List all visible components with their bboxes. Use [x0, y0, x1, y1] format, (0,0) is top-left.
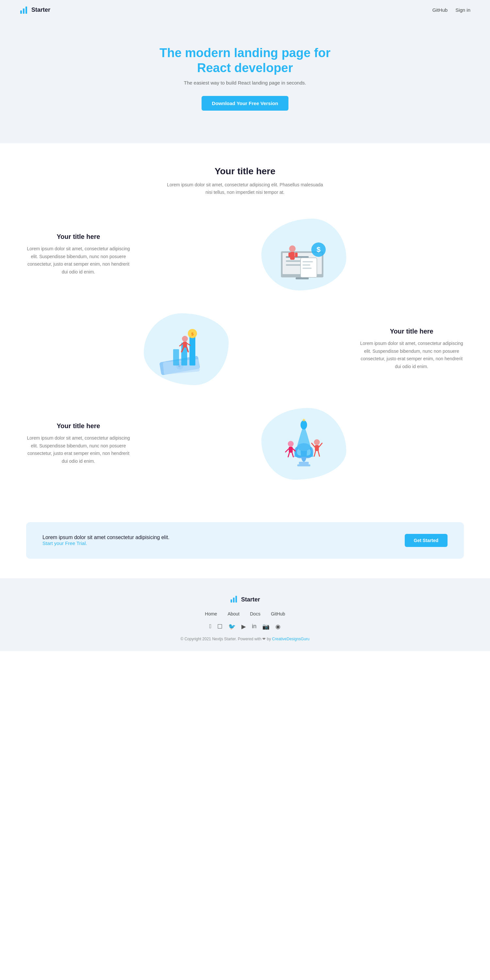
footer-social-icons:  ☐ 🐦 ▶ in 📷 ◉	[13, 623, 477, 630]
copyright-link[interactable]: CreativeDesignsGuru	[272, 637, 310, 641]
hero-heading-line2: React developer	[13, 61, 477, 76]
cta-get-started-button[interactable]: Get Started	[405, 534, 447, 547]
feature-text-1: Your title here Lorem ipsum dolor sit am…	[26, 233, 131, 276]
svg-rect-53	[236, 596, 237, 603]
svg-rect-34	[299, 462, 309, 465]
feature-image-2: $ $	[26, 313, 346, 385]
feature-image-3: ★	[144, 408, 464, 480]
feature-desc-3: Lorem ipsum dolor sit amet, consectetur …	[26, 434, 131, 465]
cta-banner: Lorem ipsum dolor sit amet consectetur a…	[26, 522, 464, 559]
features-header: Your title here Lorem ipsum dolor sit am…	[26, 166, 464, 196]
footer-nav-links: Home About Docs GitHub	[13, 611, 477, 616]
feature-blob-1: $	[261, 219, 346, 290]
nav-signin-link[interactable]: Sign in	[455, 7, 471, 13]
features-title: Your title here	[26, 166, 464, 177]
youtube-icon[interactable]: ▶	[241, 623, 246, 630]
github-icon[interactable]: 	[209, 623, 212, 630]
svg-rect-1	[23, 8, 24, 14]
cta-main-text: Lorem ipsum dolor sit amet consectetur a…	[43, 535, 169, 541]
svg-rect-14	[295, 253, 298, 257]
feature-desc-1: Lorem ipsum dolor sit amet, consectetur …	[26, 245, 131, 276]
feature-image-1: $	[144, 219, 464, 290]
svg-line-48	[314, 451, 316, 456]
footer-link-github[interactable]: GitHub	[271, 611, 285, 616]
svg-rect-16	[303, 261, 313, 262]
feature-blob-2: $ $	[144, 313, 229, 385]
footer-logo: Starter	[13, 595, 477, 605]
svg-rect-45	[315, 445, 319, 451]
svg-point-44	[314, 439, 320, 445]
svg-rect-17	[303, 264, 310, 266]
svg-rect-29	[183, 342, 187, 348]
hero-subtext: The easiest way to build React landing p…	[13, 80, 477, 86]
instagram-icon[interactable]: 📷	[262, 623, 270, 630]
svg-rect-2	[26, 6, 27, 14]
twitter-icon[interactable]: 🐦	[228, 623, 236, 630]
hero-section: The modern landing page for React develo…	[0, 19, 490, 143]
footer: Starter Home About Docs GitHub  ☐ 🐦 ▶ i…	[0, 578, 490, 651]
svg-line-42	[288, 453, 289, 457]
linkedin-icon[interactable]: in	[252, 623, 257, 630]
logo-icon	[19, 5, 29, 14]
svg-rect-23	[173, 349, 179, 366]
logo-text: Starter	[31, 6, 50, 13]
footer-link-home[interactable]: Home	[205, 611, 217, 616]
facebook-icon[interactable]: ☐	[217, 623, 222, 630]
navbar: Starter GitHub Sign in	[0, 0, 490, 19]
feature-text-2: Your title here Lorem ipsum dolor sit am…	[359, 328, 464, 371]
feature-title-2: Your title here	[359, 328, 464, 335]
svg-text:★: ★	[302, 417, 306, 423]
hero-heading: The modern landing page for React develo…	[13, 46, 477, 75]
footer-copyright: © Copyright 2021 Nextjs Starter. Powered…	[13, 637, 477, 641]
svg-point-38	[288, 441, 294, 447]
nav-links: GitHub Sign in	[432, 7, 471, 13]
cta-free-trial-link[interactable]: Start your Free Trial.	[43, 541, 87, 546]
svg-rect-18	[303, 267, 312, 269]
feature-desc-2: Lorem ipsum dolor sit amet, consectetur …	[359, 340, 464, 371]
svg-rect-13	[289, 253, 291, 257]
feature-row-2: Your title here Lorem ipsum dolor sit am…	[26, 313, 464, 385]
logo[interactable]: Starter	[19, 5, 50, 14]
feature-row-3: Your title here Lorem ipsum dolor sit am…	[26, 408, 464, 480]
nav-github-link[interactable]: GitHub	[432, 7, 447, 13]
svg-line-40	[286, 449, 289, 452]
svg-line-43	[292, 453, 293, 457]
success-illustration: ★	[271, 414, 337, 473]
feature-title-3: Your title here	[26, 422, 131, 430]
feature-blob-3: ★	[261, 408, 346, 480]
svg-rect-0	[20, 10, 22, 14]
svg-rect-25	[190, 336, 195, 366]
feature-text-3: Your title here Lorem ipsum dolor sit am…	[26, 422, 131, 465]
cta-text: Lorem ipsum dolor sit amet consectetur a…	[43, 535, 169, 546]
ecommerce-illustration: $	[271, 225, 337, 284]
features-desc: Lorem ipsum dolor sit amet, consectetur …	[163, 181, 327, 196]
svg-text:$: $	[191, 332, 194, 336]
copyright-text: © Copyright 2021 Nextjs Starter. Powered…	[180, 637, 271, 641]
footer-logo-icon	[230, 595, 238, 605]
feature-row-1: Your title here Lorem ipsum dolor sit am…	[26, 219, 464, 290]
feature-title-1: Your title here	[26, 233, 131, 240]
svg-rect-39	[289, 447, 293, 453]
hero-cta-button[interactable]: Download Your Free Version	[201, 96, 289, 111]
footer-logo-text: Starter	[241, 596, 260, 603]
svg-text:$: $	[316, 245, 321, 254]
svg-rect-7	[286, 264, 302, 266]
svg-point-28	[182, 336, 188, 342]
svg-line-49	[318, 451, 319, 456]
footer-link-about[interactable]: About	[228, 611, 240, 616]
features-section: Your title here Lorem ipsum dolor sit am…	[0, 143, 490, 503]
finance-illustration: $ $	[153, 320, 219, 379]
hero-heading-line1: The modern landing page for	[13, 46, 477, 61]
footer-link-docs[interactable]: Docs	[250, 611, 260, 616]
svg-rect-51	[231, 600, 232, 603]
svg-rect-8	[295, 277, 309, 279]
rss-icon[interactable]: ◉	[275, 623, 281, 630]
svg-rect-35	[297, 465, 310, 466]
svg-point-11	[289, 245, 295, 252]
svg-rect-52	[233, 598, 235, 603]
